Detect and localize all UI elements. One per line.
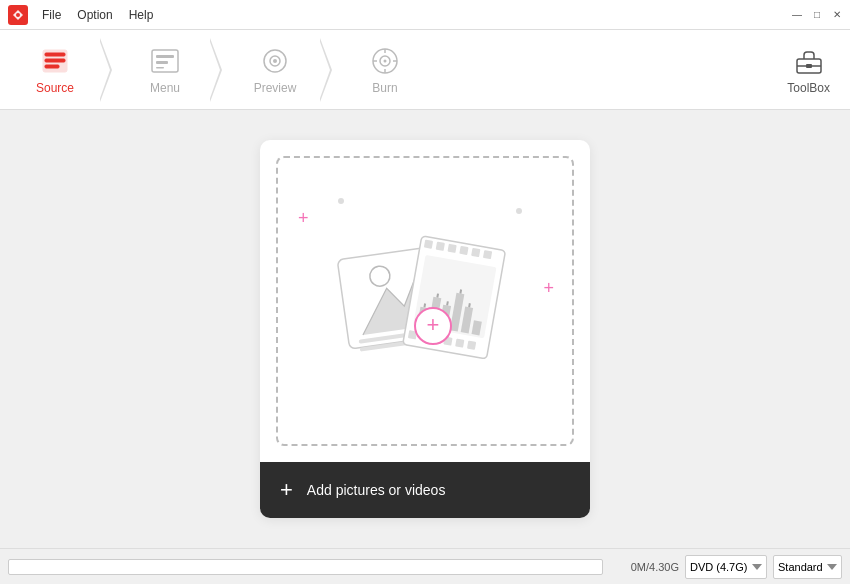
menu-nav-icon — [149, 45, 181, 77]
svg-rect-21 — [806, 64, 812, 68]
menu-nav-label: Menu — [150, 81, 180, 95]
svg-rect-29 — [447, 244, 456, 253]
menu-option[interactable]: Option — [71, 6, 118, 24]
nav-steps: Source Menu Pre — [10, 38, 430, 102]
svg-rect-27 — [424, 240, 433, 249]
close-button[interactable]: ✕ — [828, 6, 846, 24]
illustration: + — [325, 201, 525, 401]
menu-help[interactable]: Help — [123, 6, 160, 24]
svg-rect-4 — [45, 65, 59, 68]
add-label: Add pictures or videos — [307, 482, 446, 498]
title-bar: File Option Help — □ ✕ — [0, 0, 850, 30]
svg-point-0 — [16, 13, 20, 17]
svg-rect-7 — [156, 61, 168, 64]
svg-rect-31 — [471, 248, 480, 257]
status-bar: 0M/4.30G DVD (4.7G) BD (25G) BD (50G) St… — [0, 548, 850, 584]
svg-point-11 — [273, 59, 277, 63]
toolbar: Source Menu Pre — [0, 30, 850, 110]
svg-rect-37 — [455, 338, 464, 347]
add-button[interactable]: + Add pictures or videos — [260, 462, 590, 518]
toolbox-icon — [793, 45, 825, 77]
menu-file[interactable]: File — [36, 6, 67, 24]
quality-select[interactable]: Standard High Low — [773, 555, 842, 579]
svg-rect-8 — [156, 67, 164, 69]
svg-rect-38 — [467, 341, 476, 350]
add-icon: + — [280, 479, 293, 501]
toolbox-button[interactable]: ToolBox — [777, 39, 840, 101]
source-icon — [39, 45, 71, 77]
drop-area[interactable]: + + — [276, 156, 574, 446]
disc-type-select[interactable]: DVD (4.7G) BD (25G) BD (50G) — [685, 555, 767, 579]
main-content: + + — [0, 110, 850, 548]
deco-plus-2: + — [543, 278, 554, 299]
preview-label: Preview — [254, 81, 297, 95]
progress-text: 0M/4.30G — [609, 561, 679, 573]
burn-icon — [369, 45, 401, 77]
svg-rect-2 — [45, 53, 65, 56]
toolbox-label: ToolBox — [787, 81, 830, 95]
app-icon — [8, 5, 28, 25]
nav-step-source[interactable]: Source — [10, 38, 100, 102]
window-controls: — □ ✕ — [788, 6, 846, 24]
svg-rect-28 — [436, 242, 445, 251]
svg-rect-32 — [483, 250, 492, 259]
minimize-button[interactable]: — — [788, 6, 806, 24]
nav-step-preview[interactable]: Preview — [230, 38, 320, 102]
preview-icon — [259, 45, 291, 77]
nav-step-burn[interactable]: Burn — [340, 38, 430, 102]
drop-card: + + — [260, 140, 590, 518]
svg-point-14 — [384, 59, 387, 62]
burn-label: Burn — [372, 81, 397, 95]
svg-text:+: + — [427, 312, 440, 337]
deco-plus-1: + — [298, 208, 309, 229]
nav-step-menu[interactable]: Menu — [120, 38, 210, 102]
source-label: Source — [36, 81, 74, 95]
progress-container — [8, 559, 603, 575]
maximize-button[interactable]: □ — [808, 6, 826, 24]
svg-rect-30 — [459, 246, 468, 255]
menu-bar: File Option Help — [36, 6, 159, 24]
svg-rect-3 — [45, 59, 65, 62]
svg-rect-6 — [156, 55, 174, 58]
